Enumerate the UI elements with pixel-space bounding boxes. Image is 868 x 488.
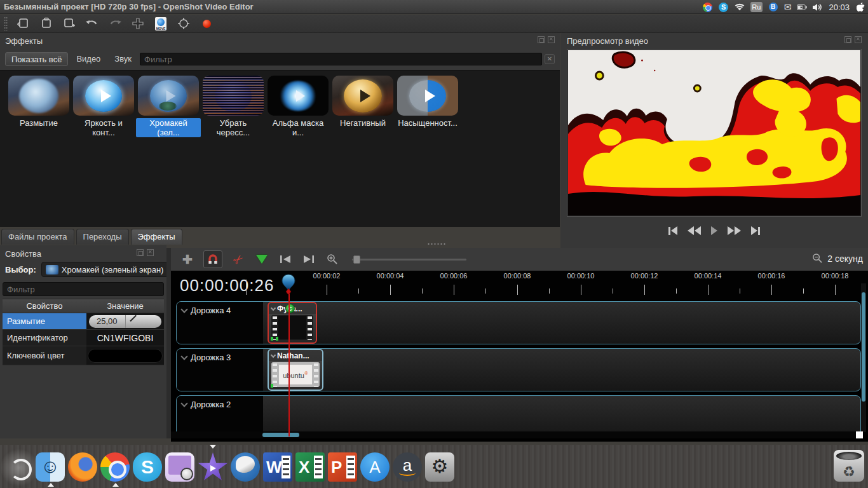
zoom-out-icon[interactable] — [812, 253, 823, 264]
resize-grip[interactable] — [856, 431, 863, 438]
timeline-vertical-scrollbar[interactable] — [861, 283, 866, 432]
battery-icon[interactable] — [797, 2, 807, 12]
fullscreen-button[interactable] — [177, 17, 191, 30]
system-tray: S Ru B ✉ 20:03 — [703, 0, 865, 14]
property-row-id[interactable]: Идентификатор CN1WFIGOBI — [3, 330, 164, 346]
next-marker-button[interactable] — [301, 252, 316, 267]
edit-pencil-icon[interactable] — [125, 315, 162, 328]
effect-negative[interactable]: Негативный — [330, 76, 395, 128]
effect-alpha-mask[interactable]: Альфа маска и... — [266, 76, 330, 138]
effect-blur[interactable]: Размытие — [6, 76, 71, 128]
mail-icon[interactable]: ✉ — [784, 2, 792, 12]
dock-item-video-editor[interactable] — [198, 452, 228, 483]
chroma-key-effect-badge[interactable]: C — [285, 304, 295, 313]
dock-item-firefox[interactable] — [68, 452, 98, 483]
apple-menu-icon[interactable] — [855, 2, 865, 12]
toolbar-drag-handle[interactable] — [4, 17, 8, 30]
dock-item-skype[interactable]: S — [133, 452, 163, 483]
panel-splitter-handle[interactable] — [427, 243, 446, 245]
color-swatch[interactable] — [88, 349, 163, 363]
effect-chroma-key[interactable]: Хромакей (зел... — [136, 76, 201, 138]
property-row-blur[interactable]: Размытие 25,00 — [3, 313, 164, 330]
fast-forward-button[interactable] — [728, 226, 741, 235]
timeline-horizontal-scrollbar[interactable] — [171, 431, 858, 438]
dock-item-files[interactable]: ☺ — [36, 452, 66, 483]
tab-project-files[interactable]: Файлы проекта — [1, 229, 74, 245]
zoom-slider-handle[interactable] — [353, 255, 360, 264]
dock-item-photos[interactable] — [165, 452, 196, 483]
new-project-button[interactable] — [17, 17, 31, 30]
dock-item-amazon[interactable]: a — [393, 452, 423, 483]
float-panel-icon[interactable] — [137, 249, 144, 256]
effect-brightness-contrast[interactable]: Яркость и конт... — [71, 76, 136, 138]
track-3[interactable]: Дорожка 3 Nathan... ubuntu® — [176, 348, 861, 391]
track-menu-chevron-icon[interactable] — [180, 353, 187, 360]
export-video-button[interactable]: MOVE — [154, 17, 168, 30]
selection-dropdown[interactable]: Хромакей (зеленый экран) ▾ — [41, 262, 175, 277]
chrome-tray-icon[interactable] — [703, 2, 713, 12]
timeline-zoom-slider[interactable] — [352, 259, 466, 261]
video-filter-tab[interactable]: Видео — [71, 52, 106, 66]
playhead-line[interactable] — [288, 286, 290, 437]
dock-item-powerpoint[interactable]: P — [328, 452, 358, 483]
snapping-toggle[interactable] — [203, 250, 222, 268]
clip-menu-chevron-icon[interactable] — [271, 352, 276, 357]
clip-menu-chevron-icon[interactable] — [271, 305, 276, 310]
audio-filter-tab[interactable]: Звук — [109, 52, 137, 66]
jump-to-start-button[interactable] — [668, 226, 677, 235]
clear-filter-icon[interactable]: ✕ — [545, 54, 555, 64]
track-menu-chevron-icon[interactable] — [180, 400, 187, 407]
close-panel-icon[interactable] — [147, 249, 154, 256]
property-row-key-color[interactable]: Ключевой цвет — [3, 346, 164, 365]
track-menu-chevron-icon[interactable] — [180, 306, 187, 313]
scrollbar-thumb[interactable] — [262, 433, 299, 437]
float-panel-icon[interactable] — [844, 36, 851, 43]
dock-item-word[interactable]: W — [263, 452, 294, 483]
effects-filter-input[interactable] — [140, 53, 542, 65]
clip-nathan[interactable]: Nathan... ubuntu® — [268, 349, 323, 391]
dock-item-ubuntu[interactable] — [4, 452, 34, 483]
razor-tool-button[interactable]: ✂ — [231, 252, 246, 267]
zoom-in-icon[interactable] — [325, 252, 340, 267]
track-4[interactable]: Дорожка 4 Фута... C — [176, 301, 861, 344]
timeline-ruler[interactable]: 00:00:00:26 00:00:02 00:00:04 00:00:06 0… — [171, 271, 868, 300]
value-editor[interactable]: 25,00 — [89, 315, 161, 328]
playhead-marker[interactable] — [280, 273, 297, 297]
volume-icon[interactable] — [813, 2, 823, 12]
dock-item-app-store[interactable]: A — [360, 452, 391, 483]
skype-tray-icon[interactable]: S — [719, 2, 729, 12]
show-all-filter-button[interactable]: Показать всё — [5, 52, 68, 66]
trash-icon: ♻ — [834, 450, 864, 482]
play-button[interactable] — [711, 226, 717, 235]
bluetooth-icon[interactable]: B — [768, 2, 778, 12]
dock-item-settings[interactable]: ⚙ — [425, 452, 456, 483]
add-marker-button[interactable] — [254, 252, 269, 267]
choose-profile-button[interactable] — [200, 17, 214, 30]
keyboard-layout-indicator[interactable]: Ru — [750, 2, 763, 12]
previous-marker-button[interactable] — [278, 252, 293, 267]
redo-button[interactable] — [108, 17, 122, 30]
close-panel-icon[interactable] — [548, 36, 555, 43]
undo-button[interactable] — [85, 17, 99, 30]
wifi-icon[interactable] — [735, 2, 745, 12]
dock-item-excel[interactable]: X — [295, 452, 326, 483]
properties-scrollbar[interactable] — [166, 248, 171, 438]
dock-item-browser[interactable] — [231, 452, 261, 483]
import-files-button[interactable] — [131, 17, 145, 30]
add-track-button[interactable]: ✚ — [180, 252, 195, 267]
tab-transitions[interactable]: Переходы — [76, 229, 129, 245]
dock-item-trash[interactable]: ♻ — [834, 450, 864, 480]
properties-filter-input[interactable] — [3, 282, 164, 296]
tab-effects[interactable]: Эффекты — [131, 229, 182, 245]
rewind-button[interactable] — [688, 226, 701, 235]
close-panel-icon[interactable] — [855, 36, 862, 43]
dock-item-chrome[interactable] — [100, 452, 131, 483]
scrollbar-thumb[interactable] — [862, 292, 865, 402]
open-project-button[interactable] — [39, 17, 53, 30]
save-project-button[interactable] — [62, 17, 76, 30]
clip-futazh[interactable]: Фута... C — [268, 302, 317, 344]
effect-saturation[interactable]: Насыщенност... — [395, 76, 460, 128]
float-panel-icon[interactable] — [538, 36, 545, 43]
jump-to-end-button[interactable] — [751, 226, 760, 235]
effect-deinterlace[interactable]: Убрать чересс... — [201, 76, 266, 138]
